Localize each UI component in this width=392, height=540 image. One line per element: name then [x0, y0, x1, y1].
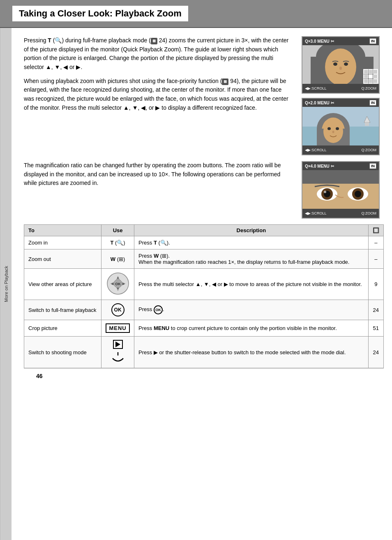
page-number: 46 — [36, 373, 43, 379]
camera-screen-1: Q×3.0 MENU ✂ IN — [302, 36, 380, 94]
face-svg-3 — [302, 170, 379, 209]
row-desc-view-areas: Press the multi selector ▲, ▼, ◀ or ▶ to… — [134, 269, 369, 300]
ok-button-icon: OK — [111, 303, 125, 316]
row-use-zoom-in: T (🔍) — [101, 236, 134, 249]
row-use-zoom-out: W (⊞) — [101, 249, 134, 269]
section-2: The magnification ratio can be changed f… — [24, 161, 384, 219]
images-col-2: Q×4.0 MENU ✂ IN — [302, 161, 384, 219]
bottom-bar-2: ◀▶:SCROLL Q:ZOOM — [302, 145, 379, 155]
section-1: Pressing T (🔍) during full-frame playbac… — [24, 36, 384, 155]
col-header-use: Use — [101, 225, 134, 236]
svg-rect-11 — [365, 122, 369, 126]
svg-rect-21 — [302, 170, 379, 184]
row-desc-shooting: Press ▶ or the shutter-release button to… — [134, 337, 369, 368]
main-content: Pressing T (🔍) during full-frame playbac… — [12, 28, 392, 540]
svg-point-6 — [344, 62, 348, 66]
row-to-crop: Crop picture — [24, 320, 101, 337]
shooting-mode-icons — [111, 340, 125, 365]
operations-table: To Use Description 🔲 Zoom in T (🔍) Press… — [24, 224, 384, 368]
row-use-shooting — [101, 337, 134, 368]
dpad-icon: OK ▲ ▼ ◀ ▶ — [106, 272, 129, 295]
svg-text:▲: ▲ — [116, 276, 120, 279]
camera-screen-2: Q×2.0 MENU ✂ IN — [302, 98, 380, 155]
paragraph-1: Pressing T (🔍) during full-frame playbac… — [24, 36, 293, 72]
row-to-view-areas: View other areas of picture — [24, 269, 101, 300]
row-ref-shooting: 24 — [368, 337, 383, 368]
table-row: View other areas of picture — [24, 269, 384, 300]
sidebar-label: More on Playback — [0, 28, 12, 540]
camera-screen-3: Q×4.0 MENU ✂ IN — [302, 161, 380, 219]
svg-point-18 — [332, 131, 334, 133]
menu-badge: MENU — [106, 323, 129, 333]
row-use-fullframe: OK — [101, 300, 134, 320]
svg-point-4 — [325, 48, 356, 84]
content-area: More on Playback Pressing T (🔍) during f… — [0, 28, 392, 540]
text-col-2: The magnification ratio can be changed f… — [24, 161, 293, 219]
col-header-to: To — [24, 225, 101, 236]
shutter-icon — [111, 352, 125, 365]
play-triangle-icon — [115, 342, 120, 347]
top-bar-2: Q×2.0 MENU ✂ IN — [302, 99, 379, 107]
paragraph-3: The magnification ratio can be changed f… — [24, 161, 293, 188]
page-footer: 46 — [24, 368, 384, 383]
table-row: Zoom out W (⊞) Press W (⊞).When the magn… — [24, 249, 384, 269]
row-ref-crop: 51 — [368, 320, 383, 337]
table-row: Switch to full-frame playback OK Press O… — [24, 300, 384, 320]
col-header-ref: 🔲 — [368, 225, 383, 236]
svg-point-17 — [336, 127, 339, 130]
bottom-bar-3: ◀▶:SCROLL Q:ZOOM — [302, 209, 379, 218]
row-to-shooting: Switch to shooting mode — [24, 337, 101, 368]
svg-point-5 — [333, 62, 337, 66]
row-to-zoom-out: Zoom out — [24, 249, 101, 269]
top-bar-3: Q×4.0 MENU ✂ IN — [302, 162, 379, 170]
table-row: Crop picture MENU Press MENU to crop cur… — [24, 320, 384, 337]
row-desc-crop: Press MENU to crop current picture to co… — [134, 320, 369, 337]
svg-text:OK: OK — [115, 282, 121, 286]
paragraph-2: When using playback zoom with pictures s… — [24, 77, 293, 113]
row-use-view-areas: OK ▲ ▼ ◀ ▶ — [101, 269, 134, 300]
svg-text:▼: ▼ — [116, 287, 120, 291]
svg-point-16 — [327, 127, 331, 130]
page-wrapper: Taking a Closer Look: Playback Zoom More… — [0, 0, 392, 540]
svg-point-28 — [355, 191, 361, 197]
row-ref-view-areas: 9 — [368, 269, 383, 300]
top-bar-1: Q×3.0 MENU ✂ IN — [302, 37, 379, 45]
row-ref-fullframe: 24 — [368, 300, 383, 320]
svg-point-25 — [324, 191, 326, 193]
page-title: Taking a Closer Look: Playback Zoom — [19, 8, 182, 18]
face-img-3 — [302, 170, 379, 209]
table-row: Switch to shooting mode — [24, 337, 384, 368]
text-col-1: Pressing T (🔍) during full-frame playbac… — [24, 36, 293, 155]
play-icon-box — [113, 340, 123, 349]
row-to-fullframe: Switch to full-frame playback — [24, 300, 101, 320]
face-svg-2 — [302, 107, 379, 145]
row-ref-zoom-in: – — [368, 236, 383, 249]
face-img-2 — [302, 107, 379, 145]
row-desc-fullframe: Press OK. — [134, 300, 369, 320]
images-col-1: Q×3.0 MENU ✂ IN — [302, 36, 384, 155]
svg-text:▶: ▶ — [122, 282, 125, 286]
thumb-grid-1 — [363, 69, 378, 84]
svg-point-7 — [339, 67, 342, 70]
row-to-zoom-in: Zoom in — [24, 236, 101, 249]
page-header: Taking a Closer Look: Playback Zoom — [0, 0, 392, 28]
table-row: Zoom in T (🔍) Press T (🔍). – — [24, 236, 384, 249]
row-desc-zoom-out: Press W (⊞).When the magnification ratio… — [134, 249, 369, 269]
bottom-bar-1: ◀▶:SCROLL Q:ZOOM — [302, 84, 379, 93]
row-ref-zoom-out: – — [368, 249, 383, 269]
row-use-crop: MENU — [101, 320, 134, 337]
row-desc-zoom-in: Press T (🔍). — [134, 236, 369, 249]
col-header-description: Description — [134, 225, 369, 236]
svg-text:◀: ◀ — [111, 282, 114, 286]
